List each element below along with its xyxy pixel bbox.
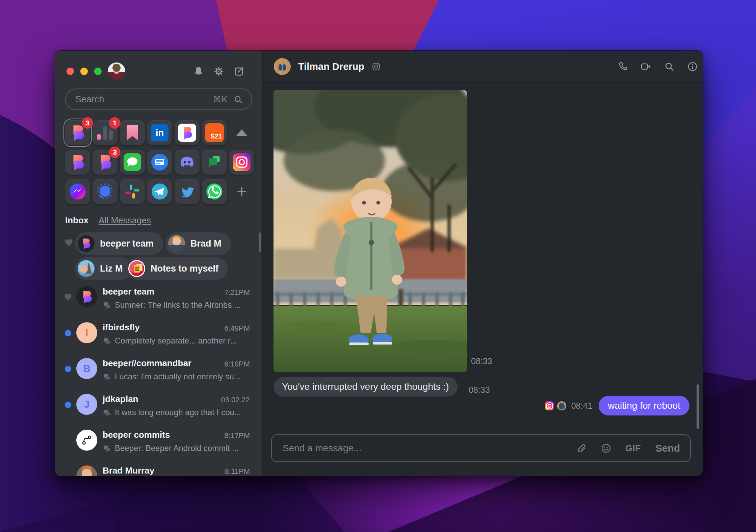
chat-bubbles-icon	[103, 337, 111, 345]
favorite-pill-liz-m[interactable]: Liz M	[75, 257, 132, 280]
chat-scrollbar[interactable]	[697, 384, 699, 429]
network-beeper-inbox[interactable]: 3	[65, 120, 90, 145]
network-beeper[interactable]	[65, 150, 90, 175]
conversation-name: beeper commits	[103, 430, 170, 440]
network-messenger[interactable]	[65, 179, 90, 204]
unread-badge: 1	[109, 117, 121, 129]
conversation-name: beeper//commandbar	[103, 358, 191, 369]
whatsapp-icon	[206, 183, 223, 200]
minimize-window-button[interactable]	[80, 68, 88, 75]
conversation-row-brad-murray[interactable]: Brad Murray 8:11PM	[55, 465, 263, 476]
user-profile-avatar[interactable]	[108, 62, 125, 80]
unread-badge: 3	[82, 117, 93, 129]
conversation-time: 8:11PM	[225, 467, 250, 476]
network-beeper-2[interactable]: 3	[93, 150, 118, 175]
network-analytics[interactable]: 1	[93, 120, 118, 145]
favorite-label: Liz M	[100, 263, 123, 274]
network-s21[interactable]: S21	[202, 120, 227, 145]
chat-pane: Tilman Drerup	[263, 51, 703, 476]
conversation-row-beeper-team[interactable]: beeper team 7:21PM Sumner: The links to …	[55, 286, 263, 320]
favorite-pill-notes-to-myself[interactable]: Notes to myself	[126, 257, 228, 280]
emoji-icon[interactable]	[601, 443, 611, 453]
photo-message[interactable]	[273, 90, 467, 372]
network-instagram[interactable]	[229, 150, 254, 175]
conversation-row-jdkaplan[interactable]: J jdkaplan 03.02.22 It was long enough a…	[55, 394, 263, 428]
network-linkedin[interactable]: in	[147, 120, 172, 145]
network-android-messages[interactable]	[147, 150, 172, 175]
send-button[interactable]: Send	[655, 442, 680, 454]
unread-dot	[64, 329, 72, 337]
s21-icon: S21	[205, 123, 224, 142]
conversation-preview: Sumner: The links to the Airbnbs ...	[115, 300, 241, 310]
favorite-label: beeper team	[100, 238, 154, 249]
unread-dot	[64, 401, 72, 409]
add-network-button[interactable]: +	[229, 179, 254, 204]
avatar	[128, 260, 145, 277]
conversation-name: Brad Murray	[103, 465, 154, 476]
network-grid-row-3: +	[65, 179, 254, 204]
conversation-time: 7:21PM	[224, 288, 250, 297]
photo-timestamp: 08:33	[471, 356, 492, 366]
instagram-icon	[233, 153, 251, 171]
inbox-tab[interactable]: Inbox	[65, 215, 88, 226]
outgoing-message-row: 08:41 waiting for reboot	[545, 396, 689, 415]
compose-new-message-icon[interactable]	[233, 66, 245, 77]
conversation-row-ifbirdsfly[interactable]: I ifbirdsfly 6:49PM Completely separate.…	[55, 322, 263, 356]
video-call-icon[interactable]	[640, 61, 652, 72]
message-input[interactable]	[282, 442, 563, 454]
voice-call-icon[interactable]	[617, 61, 628, 72]
favorite-pill-brad-m[interactable]: Brad M	[165, 232, 231, 255]
search-in-chat-icon[interactable]	[663, 61, 675, 72]
sidebar-scrollbar[interactable]	[259, 232, 261, 252]
close-window-button[interactable]	[67, 68, 74, 75]
android-messages-icon	[151, 153, 168, 171]
outgoing-message-timestamp: 08:41	[571, 401, 593, 411]
network-imessage[interactable]	[120, 150, 145, 175]
all-messages-link[interactable]: All Messages	[99, 215, 151, 226]
conversation-name: ifbirdsfly	[103, 322, 140, 333]
conversation-preview: Beeper: Beeper Android commit ...	[115, 444, 239, 453]
search-input[interactable]	[75, 94, 213, 105]
signal-icon	[96, 183, 114, 200]
conversation-preview: It was long enough ago that I cou...	[115, 408, 241, 417]
gif-button[interactable]: GIF	[625, 443, 641, 454]
network-beeper-white[interactable]	[175, 120, 200, 145]
chat-bubbles-icon	[103, 408, 111, 416]
beeper-app-window: ⌘K 3 1 in S21	[55, 51, 703, 476]
network-google-chat[interactable]	[202, 150, 227, 175]
zoom-window-button[interactable]	[94, 68, 102, 75]
network-telegram[interactable]	[147, 179, 172, 204]
settings-gear-icon[interactable]	[213, 66, 225, 77]
conversation-preview: Completely separate... another r...	[115, 336, 237, 346]
favorite-pill-beeper-team[interactable]: beeper team	[75, 232, 163, 255]
avatar	[76, 286, 97, 307]
favorites-heart-icon	[64, 238, 73, 247]
attach-file-paperclip-icon[interactable]	[577, 443, 587, 453]
network-discord[interactable]	[175, 150, 200, 175]
triangle-up-icon	[236, 129, 247, 136]
network-whatsapp[interactable]	[202, 179, 227, 204]
conversation-row-beeper-commandbar[interactable]: B beeper//commandbar 6:19PM Lucas: I'm a…	[55, 358, 263, 392]
notifications-bell-icon[interactable]	[193, 66, 204, 77]
chat-header: Tilman Drerup	[263, 51, 703, 83]
chat-avatar[interactable]	[274, 58, 291, 75]
slack-icon	[124, 183, 141, 200]
conversation-row-beeper-commits[interactable]: beeper commits 8:17PM Beeper: Beeper And…	[55, 430, 263, 463]
conversation-time: 8:17PM	[224, 431, 250, 440]
network-slack[interactable]	[120, 179, 145, 204]
conversation-name: beeper team	[103, 286, 154, 297]
network-twitter[interactable]	[175, 179, 200, 204]
network-bookmarks[interactable]	[120, 120, 145, 145]
conversation-time: 6:49PM	[224, 324, 250, 333]
incoming-message-timestamp: 08:33	[469, 385, 490, 395]
conversation-name: jdkaplan	[103, 394, 138, 404]
favorite-label: Brad M	[190, 238, 221, 249]
sidebar: ⌘K 3 1 in S21	[55, 51, 263, 476]
bookmark-icon	[127, 125, 138, 141]
network-signal[interactable]	[93, 179, 118, 204]
info-icon[interactable]	[687, 61, 698, 72]
search-icon	[234, 95, 243, 104]
chat-bubbles-icon	[103, 301, 111, 309]
collapse-grid-button[interactable]	[229, 120, 254, 145]
network-grid-row-1: 3 1 in S21	[65, 120, 254, 145]
